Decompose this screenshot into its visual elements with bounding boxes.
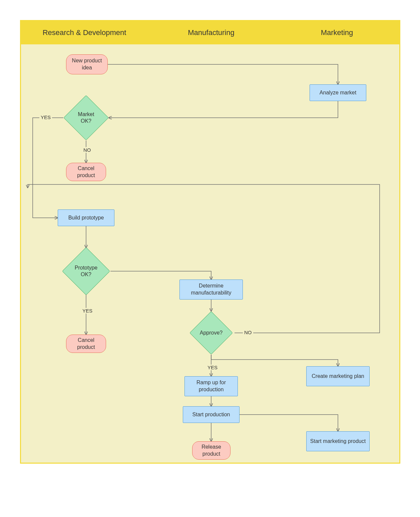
swimlane-frame: Research & Development Manufacturing Mar… [20, 20, 400, 464]
node-prototype-ok: Prototype OK? [69, 254, 103, 288]
node-approve: Approve? [196, 318, 227, 348]
node-market-ok: Market OK? [70, 102, 102, 134]
node-start-marketing-product: Start marketing product [306, 431, 370, 451]
node-analyze-market: Analyze market [310, 84, 366, 101]
edge-label-market-no: NO [82, 147, 92, 153]
edge-label-approve-no: NO [243, 330, 253, 335]
edge-label-approve-yes: YES [206, 365, 219, 370]
diagram-canvas: Research & Development Manufacturing Mar… [0, 0, 420, 517]
node-build-prototype: Build prototype [58, 209, 114, 226]
node-market-ok-label: Market OK? [70, 102, 102, 134]
node-release-product: Release product [192, 441, 231, 460]
node-create-marketing-plan: Create marketing plan [306, 366, 370, 386]
edge-label-market-yes: YES [39, 114, 52, 120]
node-prototype-ok-label: Prototype OK? [69, 254, 103, 288]
node-approve-label: Approve? [196, 318, 227, 348]
node-cancel-product-1: Cancel product [66, 163, 106, 181]
node-start-production: Start production [183, 406, 240, 423]
node-determine-manufacturability: Determine manufacturability [179, 280, 243, 300]
node-cancel-product-2: Cancel product [66, 335, 106, 353]
node-ramp-up: Ramp up for production [184, 376, 238, 396]
edge-label-proto-yes: YES [81, 308, 94, 314]
node-new-product-idea: New product idea [66, 54, 108, 74]
